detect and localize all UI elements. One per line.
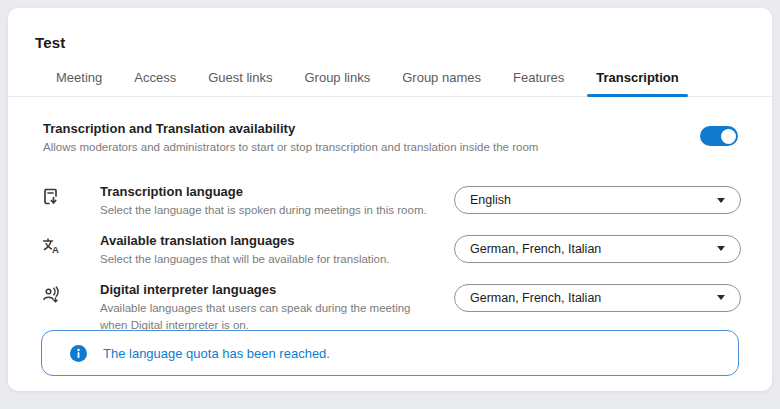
interpreter-languages-text: Digital interpreter languages Available … [100, 282, 454, 336]
availability-title: Transcription and Translation availabili… [43, 121, 682, 136]
interpreter-person-voice-icon [41, 282, 100, 305]
tab-meeting[interactable]: Meeting [47, 63, 111, 96]
tab-group-links[interactable]: Group links [295, 63, 379, 96]
transcription-language-text: Transcription language Select the langua… [100, 184, 454, 220]
dropdown-selected-value: English [470, 193, 717, 207]
row-title: Available translation languages [100, 233, 440, 248]
tab-features[interactable]: Features [504, 63, 573, 96]
tab-group-names[interactable]: Group names [393, 63, 490, 96]
availability-section: Transcription and Translation availabili… [43, 121, 682, 153]
toggle-knob [721, 129, 736, 144]
availability-description: Allows moderators and administrators to … [43, 141, 682, 153]
tab-transcription[interactable]: Transcription [587, 63, 687, 96]
translation-languages-row: A Available translation languages Select… [41, 233, 741, 269]
row-description: Select the language that is spoken durin… [100, 202, 440, 220]
chevron-down-icon [717, 246, 725, 251]
translate-icon: A [41, 233, 100, 256]
quota-alert: The language quota has been reached. [41, 330, 739, 376]
transcription-document-icon [41, 184, 100, 207]
alert-message: The language quota has been reached. [103, 346, 330, 361]
translation-languages-text: Available translation languages Select t… [100, 233, 454, 269]
dropdown-selected-value: German, French, Italian [470, 291, 717, 305]
page-title: Test [35, 34, 66, 51]
chevron-down-icon [717, 198, 725, 203]
transcription-language-dropdown[interactable]: English [454, 186, 741, 214]
translation-languages-dropdown[interactable]: German, French, Italian [454, 235, 741, 263]
row-title: Digital interpreter languages [100, 282, 440, 297]
interpreter-languages-dropdown[interactable]: German, French, Italian [454, 284, 741, 312]
tab-bar: Meeting Access Guest links Group links G… [8, 63, 772, 97]
tab-guest-links[interactable]: Guest links [199, 63, 281, 96]
chevron-down-icon [717, 295, 725, 300]
row-title: Transcription language [100, 184, 440, 199]
row-description: Select the languages that will be availa… [100, 251, 440, 269]
page-background: { "window": { "title": "Test" }, "colors… [0, 0, 780, 409]
tab-access[interactable]: Access [125, 63, 185, 96]
settings-rows: Transcription language Select the langua… [41, 184, 741, 348]
transcription-language-row: Transcription language Select the langua… [41, 184, 741, 220]
svg-text:A: A [52, 244, 59, 255]
availability-toggle[interactable] [700, 126, 738, 146]
info-icon [70, 345, 87, 362]
dropdown-selected-value: German, French, Italian [470, 242, 717, 256]
settings-card: Test Meeting Access Guest links Group li… [8, 8, 772, 391]
interpreter-languages-row: Digital interpreter languages Available … [41, 282, 741, 336]
